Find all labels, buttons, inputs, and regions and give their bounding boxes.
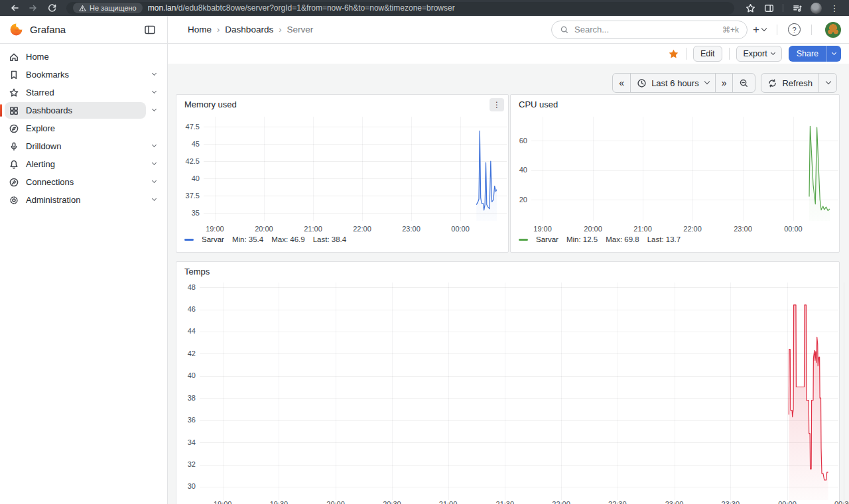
time-range-picker[interactable]: Last 6 hours: [630, 74, 715, 92]
search-placeholder: Search...: [574, 25, 717, 34]
side-panel-icon[interactable]: [761, 1, 777, 15]
memory-used-chart[interactable]: 3537.54042.54547.519:0020:0021:0022:0023…: [176, 95, 508, 252]
memory-series-line: [204, 117, 507, 221]
chevron-down-icon[interactable]: [146, 182, 162, 182]
panel-title[interactable]: Memory used: [184, 99, 237, 109]
y-axis-label: 47.5: [176, 123, 200, 131]
sidebar-item-dashboards[interactable]: Dashboards: [0, 101, 167, 119]
search-input[interactable]: Search... ⌘+k: [551, 21, 748, 39]
x-axis-label: 20:00: [577, 225, 609, 233]
x-axis-label: 22:00: [545, 500, 577, 504]
breadcrumb-home[interactable]: Home: [188, 25, 212, 34]
sidebar-item-alerting[interactable]: Alerting: [0, 155, 167, 173]
y-axis-label: 35: [176, 209, 200, 217]
panel-temps: Temps 3032343638404244464819:0019:3020:0…: [176, 261, 840, 504]
breadcrumb: Home › Dashboards › Server: [188, 25, 313, 34]
chevron-down-icon[interactable]: [146, 110, 162, 111]
brand-name: Grafana: [30, 24, 66, 35]
drilldown-icon: [9, 141, 19, 152]
bookmark-star-icon[interactable]: [742, 1, 758, 15]
url-text: mon.lan/d/edu8kbabtc8owe/server?orgId=1&…: [148, 3, 455, 13]
legend-stat: Last: 13.7: [647, 235, 681, 243]
warning-icon: [79, 5, 86, 12]
help-icon[interactable]: ?: [788, 23, 801, 36]
tab-list-media-icon[interactable]: [789, 1, 805, 15]
browser-back-icon[interactable]: [7, 1, 23, 15]
chevron-down-icon[interactable]: [146, 164, 162, 164]
browser-toolbar: Не защищено mon.lan/d/edu8kbabtc8owe/ser…: [0, 0, 849, 16]
browser-address-bar[interactable]: Не защищено mon.lan/d/edu8kbabtc8owe/ser…: [66, 2, 734, 15]
chevron-down-icon[interactable]: [146, 92, 162, 93]
legend-stat: Min: 12.5: [566, 235, 598, 243]
cpu-series-line: [531, 117, 838, 221]
legend-stat: Max: 46.9: [271, 235, 305, 243]
sidebar-item-starred[interactable]: Starred: [0, 84, 167, 101]
browser-forward-icon: [25, 1, 41, 15]
time-shift-forward-button[interactable]: »: [715, 74, 733, 92]
sidebar-item-bookmarks[interactable]: Bookmarks: [0, 66, 167, 84]
y-axis-label: 20: [503, 196, 527, 204]
grafana-logo[interactable]: [9, 23, 23, 36]
sidebar-item-administration[interactable]: Administration: [0, 191, 167, 209]
cpu-used-chart[interactable]: 20406019:0020:0021:0022:0023:0000:00Sarv…: [511, 95, 839, 252]
refresh-button[interactable]: Refresh: [761, 74, 818, 92]
sidebar-item-drilldown[interactable]: Drilldown: [0, 137, 167, 155]
x-axis-label: 00:00: [771, 500, 803, 504]
chevron-down-icon[interactable]: [146, 146, 162, 147]
share-button[interactable]: Share: [789, 46, 826, 62]
time-shift-back-button[interactable]: «: [613, 74, 630, 92]
chevron-down-icon[interactable]: [146, 74, 162, 75]
dashboard-toolbar: Edit Export Share: [168, 44, 849, 64]
edit-button[interactable]: Edit: [693, 46, 722, 62]
legend-series-marker: [184, 239, 194, 241]
panel-title[interactable]: Temps: [184, 267, 210, 277]
panel-memory-used: Memory used ⋮ 3537.54042.54547.519:0020:…: [176, 94, 509, 253]
panel-menu-icon[interactable]: ⋮: [490, 98, 504, 111]
legend-stat: Max: 69.8: [606, 235, 639, 243]
security-badge[interactable]: Не защищено: [73, 3, 143, 13]
y-axis-label: 36: [172, 416, 196, 424]
compass-icon: [9, 123, 19, 134]
y-axis-label: 38: [172, 394, 196, 402]
bell-icon: [9, 159, 19, 170]
panel-cpu-used: CPU used 20406019:0020:0021:0022:0023:00…: [510, 94, 840, 253]
breadcrumb-current: Server: [287, 25, 314, 34]
legend-series-marker: [519, 239, 528, 241]
legend: SarvarMin: 12.5Max: 69.8Last: 13.7: [519, 235, 681, 243]
x-axis-label: 23:00: [395, 225, 427, 233]
panel-title[interactable]: CPU used: [519, 99, 558, 109]
y-axis-label: 40: [176, 174, 200, 182]
x-axis-label: 21:00: [297, 225, 329, 233]
add-button[interactable]: +: [753, 24, 766, 35]
browser-menu-icon[interactable]: ⋮: [826, 1, 842, 15]
browser-profile-avatar[interactable]: [808, 1, 824, 15]
legend-series-name[interactable]: Sarvar: [536, 235, 558, 243]
sidebar-toggle-icon[interactable]: [142, 22, 158, 38]
favorite-star-icon[interactable]: [668, 48, 679, 60]
x-axis-label: 00:00: [444, 225, 476, 233]
refresh-interval-button[interactable]: [818, 74, 836, 92]
y-axis-label: 37.5: [176, 192, 200, 200]
sidebar-item-explore[interactable]: Explore: [0, 119, 167, 137]
legend-series-name[interactable]: Sarvar: [202, 235, 224, 243]
x-axis-label: 20:00: [320, 500, 352, 504]
sidebar-item-connections[interactable]: Connections: [0, 173, 167, 191]
connections-icon: [9, 177, 19, 188]
y-axis-label: 42: [172, 349, 196, 357]
export-button[interactable]: Export: [736, 46, 782, 62]
share-menu-button[interactable]: [826, 46, 841, 62]
x-axis-label: 23:00: [659, 500, 690, 504]
breadcrumb-dashboards[interactable]: Dashboards: [225, 25, 273, 34]
temps-chart[interactable]: 3032343638404244464819:0019:3020:0020:30…: [176, 262, 839, 504]
sidebar-item-home[interactable]: Home: [0, 48, 167, 66]
chevron-down-icon[interactable]: [146, 200, 162, 200]
gridline: [844, 283, 844, 500]
x-axis-label: 21:30: [489, 500, 521, 504]
chevron-down-icon: [761, 25, 767, 31]
y-axis-label: 42.5: [176, 157, 200, 165]
dashboards-grid-icon: [9, 105, 19, 116]
zoom-out-button[interactable]: [732, 74, 755, 92]
user-avatar[interactable]: [825, 22, 841, 38]
browser-reload-icon[interactable]: [44, 1, 60, 15]
clock-icon: [637, 78, 647, 88]
